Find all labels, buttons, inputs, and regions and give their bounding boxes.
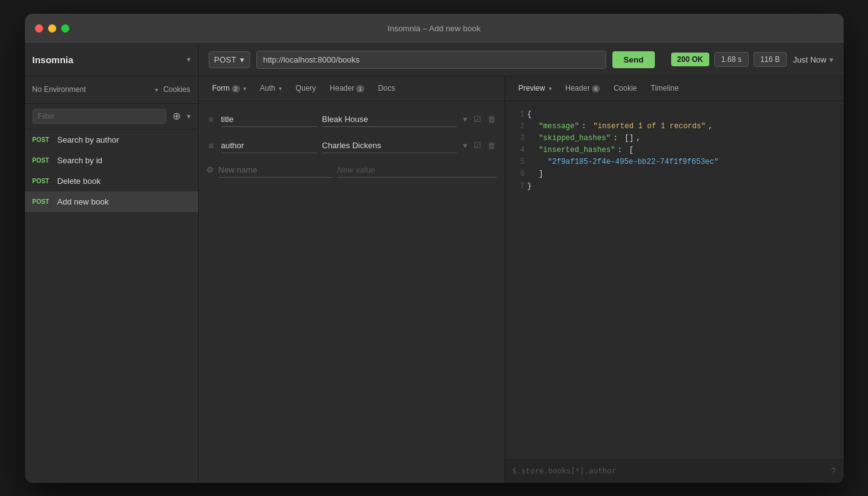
- timestamp-chevron-icon[interactable]: ▾: [829, 55, 834, 64]
- sidebar-filter-row: ⊕ ▾: [25, 104, 198, 129]
- json-line-5: 5 "2f9af185-2f4e-495e-bb22-74f1f9f653ec": [510, 156, 839, 168]
- form-body: ≡ ▾ ☑ 🗑 ≡: [199, 101, 504, 483]
- app-name: Insomnia: [32, 54, 182, 65]
- sidebar-item-add-new-book[interactable]: POST Add new book: [25, 191, 198, 212]
- close-button[interactable]: [35, 24, 43, 33]
- help-icon[interactable]: ?: [831, 466, 836, 476]
- sidebar: Insomnia ▾ No Environment ▾ Cookies ⊕ ▾ …: [25, 44, 199, 483]
- url-input[interactable]: [256, 51, 606, 69]
- form-row-author: ≡ ▾ ☑ 🗑: [199, 133, 504, 159]
- response-tabs: Preview ▾ Header6 Cookie Timeline: [505, 76, 844, 101]
- tab-docs[interactable]: Docs: [372, 80, 401, 96]
- request-tabs: Form2 ▾ Auth ▾ Query Header1: [199, 76, 504, 101]
- check-icon[interactable]: ☑: [472, 113, 482, 125]
- sidebar-header: Insomnia ▾: [25, 44, 198, 76]
- method-badge: POST: [32, 157, 52, 164]
- add-request-button[interactable]: ⊕: [170, 109, 183, 123]
- tab-query[interactable]: Query: [289, 80, 322, 96]
- sidebar-item-delete-book[interactable]: POST Delete book: [25, 171, 198, 191]
- json-line-1: 1 {: [510, 109, 839, 121]
- method-value: POST: [214, 55, 236, 64]
- json-line-2: 2 "message" : "inserted 1 of 1 records" …: [510, 121, 839, 133]
- sidebar-item-label: Search by author: [57, 135, 119, 144]
- delete-icon[interactable]: 🗑: [486, 113, 497, 125]
- add-dropdown-icon[interactable]: ▾: [187, 112, 191, 121]
- json-line-6: 6 ]: [510, 168, 839, 180]
- environment-label[interactable]: No Environment: [32, 85, 151, 94]
- field-value-title[interactable]: [322, 112, 456, 127]
- sidebar-item-label: Delete book: [57, 176, 101, 186]
- tab-cookie[interactable]: Cookie: [607, 80, 643, 96]
- tab-timeline[interactable]: Timeline: [644, 80, 685, 96]
- preview-arrow-icon: ▾: [549, 85, 552, 92]
- drag-handle-icon[interactable]: ≡: [206, 114, 216, 124]
- field-actions-author: ▾ ☑ 🗑: [462, 139, 497, 151]
- json-line-7: 7 }: [510, 181, 839, 193]
- tab-form-arrow: ▾: [243, 85, 246, 92]
- window-title: Insomnia – Add new book: [387, 24, 481, 33]
- filter-expression-input[interactable]: [512, 467, 826, 475]
- send-button[interactable]: Send: [612, 51, 655, 68]
- drag-handle-icon[interactable]: ≡: [206, 141, 216, 151]
- app-window: Insomnia – Add new book Insomnia ▾ No En…: [25, 14, 844, 483]
- tab-auth[interactable]: Auth ▾: [254, 80, 288, 96]
- sidebar-item-search-by-id[interactable]: POST Search by id: [25, 150, 198, 171]
- field-name-author[interactable]: [221, 138, 317, 153]
- method-chevron-icon: ▾: [240, 55, 244, 64]
- maximize-button[interactable]: [61, 24, 69, 33]
- response-size: 116 B: [754, 52, 787, 67]
- filter-bar: ?: [505, 459, 844, 483]
- env-arrow-icon: ▾: [155, 86, 158, 93]
- status-indicators: 200 OK 1.68 s 116 B: [671, 52, 787, 67]
- sidebar-items: POST Search by author POST Search by id …: [25, 129, 198, 483]
- check-icon[interactable]: ☑: [472, 139, 482, 151]
- json-preview: 1 { 2 "message" : "inserted 1 of 1 recor…: [505, 101, 844, 459]
- environment-row: No Environment ▾ Cookies: [25, 76, 198, 104]
- request-panel: Form2 ▾ Auth ▾ Query Header1: [199, 76, 505, 483]
- timestamp-value: Just Now: [793, 55, 826, 64]
- tab-preview[interactable]: Preview ▾: [512, 80, 558, 96]
- field-name-title[interactable]: [221, 112, 317, 127]
- field-actions-title: ▾ ☑ 🗑: [462, 113, 497, 125]
- method-badge: POST: [32, 198, 52, 205]
- new-field-value[interactable]: [337, 163, 497, 178]
- tab-auth-arrow: ▾: [279, 85, 282, 92]
- titlebar: Insomnia – Add new book: [25, 14, 844, 44]
- filter-input[interactable]: [32, 109, 166, 124]
- sidebar-item-label: Search by id: [57, 156, 102, 165]
- tab-form[interactable]: Form2 ▾: [206, 80, 252, 96]
- minimize-button[interactable]: [48, 24, 56, 33]
- method-badge: POST: [32, 178, 52, 185]
- status-ok-badge: 200 OK: [671, 53, 709, 66]
- tab-header[interactable]: Header1: [324, 80, 371, 96]
- timestamp: Just Now ▾: [793, 55, 833, 64]
- tab-response-header[interactable]: Header6: [559, 80, 606, 96]
- panels: Form2 ▾ Auth ▾ Query Header1: [199, 76, 844, 483]
- delete-icon[interactable]: 🗑: [486, 139, 497, 151]
- content-area: POST ▾ Send 200 OK 1.68 s 116 B Just Now…: [199, 44, 844, 483]
- method-badge: POST: [32, 136, 52, 143]
- window-controls: [35, 24, 69, 33]
- app-dropdown-icon[interactable]: ▾: [187, 55, 191, 64]
- new-field-name[interactable]: [219, 163, 332, 178]
- type-dropdown-icon[interactable]: ▾: [462, 139, 469, 151]
- method-select[interactable]: POST ▾: [209, 51, 250, 68]
- sidebar-item-label: Add new book: [57, 197, 109, 206]
- main-layout: Insomnia ▾ No Environment ▾ Cookies ⊕ ▾ …: [25, 44, 844, 483]
- form-row-title: ≡ ▾ ☑ 🗑: [199, 106, 504, 133]
- json-line-4: 4 "inserted_hashes" : [: [510, 144, 839, 156]
- response-time: 1.68 s: [714, 52, 749, 67]
- sidebar-item-search-by-author[interactable]: POST Search by author: [25, 129, 198, 150]
- gear-icon: ⚙: [206, 165, 214, 175]
- field-value-author[interactable]: [322, 138, 456, 153]
- new-param-row: ⚙: [199, 159, 504, 181]
- cookies-button[interactable]: Cookies: [163, 85, 190, 94]
- url-bar: POST ▾ Send 200 OK 1.68 s 116 B Just Now…: [199, 44, 844, 76]
- response-panel: Preview ▾ Header6 Cookie Timeline: [505, 76, 844, 483]
- type-dropdown-icon[interactable]: ▾: [462, 113, 469, 125]
- json-line-3: 3 "skipped_hashes" : [] ,: [510, 133, 839, 144]
